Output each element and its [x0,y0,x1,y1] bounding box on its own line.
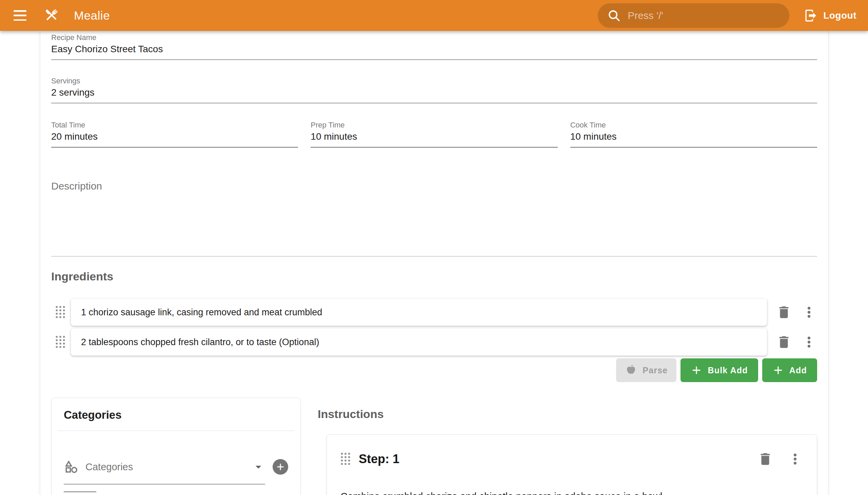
recipe-edit-card: Recipe Name Easy Chorizo Street Tacos Se… [40,31,828,495]
step-text[interactable]: Combine crumbled chorizo and chipotle pe… [340,489,803,495]
instruction-step-card: Step: 1 Combine crumbled chorizo and chi… [326,434,817,495]
categories-card: Categories Categories [51,398,301,495]
categories-select[interactable]: Categories [64,449,265,484]
trash-icon [776,305,792,320]
logout-label: Logout [823,10,856,21]
delete-ingredient-button[interactable] [776,334,792,350]
search-placeholder: Press '/' [628,10,663,21]
trash-icon [776,334,792,350]
total-time-label: Total Time [51,120,298,130]
logout-icon [804,8,818,23]
drag-handle-icon[interactable] [55,306,66,319]
ingredient-actions-row: Parse Bulk Add Add [51,358,817,382]
parse-label: Parse [643,365,668,375]
ingredient-menu-button[interactable] [801,334,817,350]
step-title: Step: 1 [359,452,399,466]
search-input[interactable]: Press '/' [598,3,789,28]
ingredient-menu-button[interactable] [801,304,817,320]
cook-time-field[interactable]: Cook Time 10 minutes [570,120,817,148]
description-placeholder: Description [51,167,817,192]
apple-icon [625,364,637,376]
add-ingredient-button[interactable]: Add [762,358,817,382]
trash-icon [758,451,773,467]
app-bar: Mealie Press '/' Logout [0,0,868,31]
total-time-value[interactable]: 20 minutes [51,130,298,147]
bulk-add-label: Bulk Add [708,365,748,375]
ingredient-row: 1 chorizo sausage link, casing removed a… [51,299,817,326]
ingredient-row: 2 tablespoons chopped fresh cilantro, or… [51,328,817,356]
prep-time-label: Prep Time [310,120,558,130]
description-textarea[interactable]: Description [51,167,817,257]
chevron-down-icon[interactable] [252,460,265,474]
recipe-name-label: Recipe Name [51,33,817,42]
step-menu-button[interactable] [787,451,803,467]
total-time-field[interactable]: Total Time 20 minutes [51,120,298,148]
kebab-menu-icon [802,335,816,349]
prep-time-field[interactable]: Prep Time 10 minutes [310,120,558,148]
mealie-recipe-edit-page: Mealie Press '/' Logout Recipe Name Easy… [0,0,868,495]
time-fields-row: Total Time 20 minutes Prep Time 10 minut… [51,120,817,148]
kebab-menu-icon [788,451,803,466]
add-category-button[interactable] [273,459,288,475]
menu-icon[interactable] [14,10,27,21]
ingredient-input[interactable]: 2 tablespoons chopped fresh cilantro, or… [71,328,767,356]
ingredients-heading: Ingredients [51,269,817,284]
drag-handle-icon[interactable] [340,452,351,466]
plus-icon [276,462,285,472]
servings-value[interactable]: 2 servings [51,86,817,103]
add-label: Add [789,365,807,375]
recipe-name-value[interactable]: Easy Chorizo Street Tacos [51,42,817,59]
categories-title: Categories [64,408,288,422]
plus-icon [772,364,784,376]
ingredients-list: 1 chorizo sausage link, casing removed a… [51,299,817,356]
divider [58,431,294,431]
divider [64,491,96,492]
bulk-add-button[interactable]: Bulk Add [681,358,758,382]
recipe-name-field[interactable]: Recipe Name Easy Chorizo Street Tacos [51,33,817,60]
mealie-logo-icon [42,6,61,25]
prep-time-value[interactable]: 10 minutes [310,130,558,147]
cook-time-value[interactable]: 10 minutes [570,130,817,147]
ingredient-text: 2 tablespoons chopped fresh cilantro, or… [81,337,319,347]
drag-handle-icon[interactable] [55,335,66,349]
categories-select-row: Categories [64,449,288,484]
servings-label: Servings [51,76,817,86]
categories-select-label: Categories [85,461,245,473]
ingredient-text: 1 chorizo sausage link, casing removed a… [81,307,322,318]
logout-button[interactable]: Logout [804,8,856,23]
instructions-heading: Instructions [318,407,817,422]
app-title: Mealie [74,9,110,22]
parse-button[interactable]: Parse [616,358,677,382]
kebab-menu-icon [802,305,816,320]
delete-ingredient-button[interactable] [776,304,792,320]
delete-step-button[interactable] [757,451,773,467]
ingredient-input[interactable]: 1 chorizo sausage link, casing removed a… [71,299,767,326]
search-icon [607,8,622,23]
cook-time-label: Cook Time [570,120,817,130]
servings-field[interactable]: Servings 2 servings [51,76,817,103]
shapes-icon [64,459,79,474]
plus-icon [691,364,702,376]
